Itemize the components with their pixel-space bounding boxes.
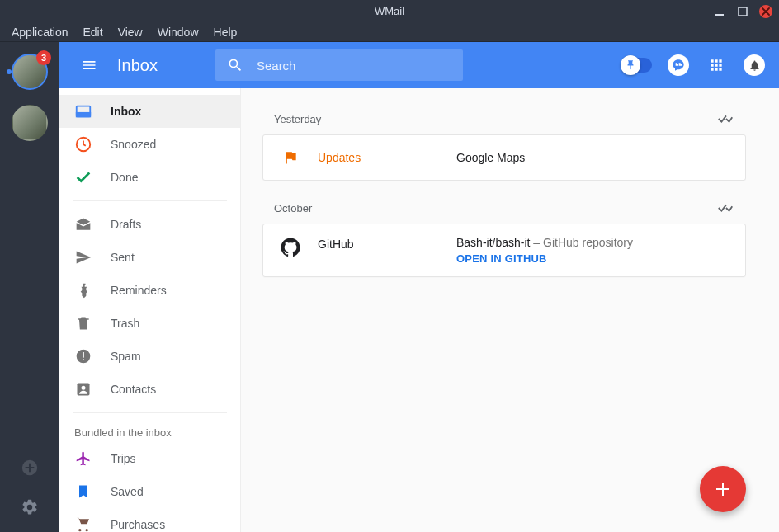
avatar[interactable] <box>12 105 48 141</box>
divider <box>73 200 227 201</box>
sidebar-item-label: Trips <box>111 452 136 465</box>
message-row[interactable]: GitHub Bash-it/bash-it – GitHub reposito… <box>278 224 730 276</box>
sidebar-item-label: Snoozed <box>111 138 156 151</box>
message-card: GitHub Bash-it/bash-it – GitHub reposito… <box>262 224 746 277</box>
sender: GitHub <box>318 236 441 251</box>
sidebar-item-label: Done <box>111 171 138 184</box>
sidebar-item-label: Trash <box>111 317 139 330</box>
section-header: Yesterday <box>262 105 746 134</box>
sidebar-item-trips[interactable]: Trips <box>59 442 240 475</box>
plane-icon <box>74 450 92 468</box>
sidebar-item-spam[interactable]: Spam <box>59 340 240 373</box>
search-input[interactable] <box>257 59 451 73</box>
bundle-heading: Bundled in the inbox <box>59 420 240 442</box>
menu-view[interactable]: View <box>111 24 149 40</box>
inbox-icon <box>74 102 92 120</box>
apps-button[interactable] <box>705 54 728 77</box>
menu-edit[interactable]: Edit <box>77 24 110 40</box>
page-title: Inbox <box>117 56 158 75</box>
snippet: – GitHub repository <box>530 236 633 249</box>
flag-icon <box>278 149 303 166</box>
sidebar-item-label: Inbox <box>111 105 141 118</box>
sidebar-item-sent[interactable]: Sent <box>59 241 240 274</box>
github-icon <box>278 236 303 257</box>
svg-rect-0 <box>715 14 724 16</box>
close-button[interactable] <box>759 5 772 18</box>
menubar: Application Edit View Window Help <box>0 22 779 42</box>
sidebar-item-label: Purchases <box>111 518 165 531</box>
compose-fab[interactable] <box>700 466 746 512</box>
section-label: October <box>274 202 312 214</box>
message-card: Updates Google Maps <box>262 134 746 181</box>
spam-icon <box>74 347 92 365</box>
pin-icon <box>625 59 636 71</box>
bell-icon <box>748 59 761 72</box>
window-title: WMail <box>375 5 404 17</box>
window-controls <box>713 5 772 18</box>
svg-rect-4 <box>77 113 91 117</box>
account-rail: 3 <box>0 42 59 532</box>
hamburger-button[interactable] <box>73 49 106 82</box>
subject: Google Maps <box>456 151 730 164</box>
section-label: Yesterday <box>274 113 321 125</box>
reminder-icon <box>74 281 92 299</box>
menu-application[interactable]: Application <box>5 24 75 40</box>
action-link[interactable]: OPEN IN GITHUB <box>456 252 730 265</box>
svg-rect-7 <box>83 352 84 358</box>
sidebar-item-label: Reminders <box>111 284 167 297</box>
sidebar-item-snoozed[interactable]: Snoozed <box>59 128 240 161</box>
sidebar-item-contacts[interactable]: Contacts <box>59 373 240 406</box>
cart-icon <box>74 516 92 532</box>
minimize-button[interactable] <box>713 5 726 18</box>
message-list: Yesterday Updates Google Maps <box>241 88 779 532</box>
search-icon <box>227 57 243 73</box>
sidebar-item-inbox[interactable]: Inbox <box>59 95 240 128</box>
sidebar-item-purchases[interactable]: Purchases <box>59 508 240 532</box>
sidebar-item-label: Contacts <box>111 383 156 396</box>
account-2[interactable] <box>12 105 48 141</box>
subject: Bash-it/bash-it <box>456 236 530 249</box>
search-box[interactable] <box>215 49 463 81</box>
sidebar-item-saved[interactable]: Saved <box>59 475 240 508</box>
section-header: October <box>262 194 746 224</box>
add-account-button[interactable] <box>17 454 43 481</box>
mark-done-button[interactable] <box>716 110 734 128</box>
active-indicator <box>7 69 12 74</box>
sidebar: Inbox Snoozed Done <box>59 88 241 532</box>
notifications-button[interactable] <box>743 54 766 77</box>
sidebar-item-drafts[interactable]: Drafts <box>59 208 240 241</box>
sidebar-item-trash[interactable]: Trash <box>59 307 240 340</box>
menu-window[interactable]: Window <box>151 24 205 40</box>
mark-done-button[interactable] <box>716 199 734 217</box>
sidebar-item-label: Drafts <box>111 218 141 231</box>
svg-point-10 <box>82 386 86 390</box>
sidebar-item-label: Saved <box>111 485 144 498</box>
hangouts-button[interactable] <box>667 54 690 77</box>
check-icon <box>74 168 92 186</box>
message-row[interactable]: Updates Google Maps <box>278 135 730 180</box>
settings-button[interactable] <box>17 494 43 520</box>
account-1[interactable]: 3 <box>12 54 48 90</box>
sidebar-item-reminders[interactable]: Reminders <box>59 274 240 307</box>
sidebar-item-label: Sent <box>111 251 135 264</box>
svg-rect-8 <box>83 359 84 360</box>
hangouts-icon <box>672 59 685 72</box>
pin-toggle[interactable] <box>622 58 652 73</box>
sidebar-item-done[interactable]: Done <box>59 161 240 194</box>
unread-badge: 3 <box>36 50 51 65</box>
maximize-button[interactable] <box>736 5 749 18</box>
apps-icon <box>708 57 725 73</box>
draft-icon <box>74 215 92 233</box>
divider <box>73 412 227 413</box>
trash-icon <box>74 314 92 332</box>
contacts-icon <box>74 380 92 398</box>
sender: Updates <box>318 151 441 164</box>
menu-help[interactable]: Help <box>207 24 244 40</box>
clock-icon <box>74 135 92 153</box>
svg-rect-1 <box>739 7 747 16</box>
titlebar: WMail <box>0 0 779 22</box>
bookmark-icon <box>74 483 92 501</box>
app-header: Inbox <box>59 42 779 88</box>
message-body: Bash-it/bash-it – GitHub repository OPEN… <box>456 236 730 265</box>
sidebar-item-label: Spam <box>111 350 141 363</box>
